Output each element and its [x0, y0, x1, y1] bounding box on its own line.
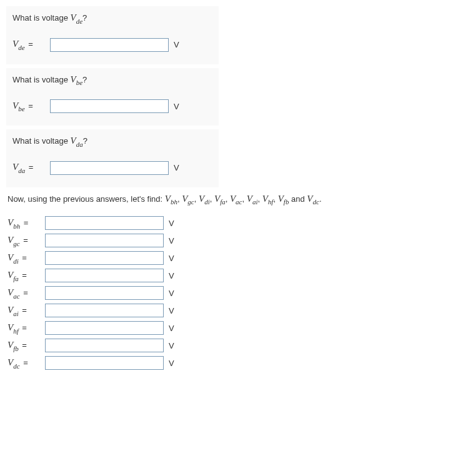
field-label-fa: Vfa =	[7, 270, 45, 282]
field-label-ac: Vac =	[7, 287, 45, 299]
field-unit-fa: V	[169, 271, 174, 280]
question-row-de: Vde =V	[12, 38, 212, 52]
field-row-dc: Vdc =V	[7, 356, 452, 370]
field-unit-fb: V	[169, 341, 174, 350]
field-label-bh: Vbh =	[7, 217, 45, 229]
field-unit-dc: V	[169, 359, 174, 368]
question-label-da: Vda =	[12, 162, 50, 174]
question-unit-be: V	[174, 102, 179, 111]
intro-text: Now, using the previous answers, let's f…	[6, 194, 452, 206]
field-row-ac: Vac =V	[7, 286, 452, 300]
field-input-bh[interactable]	[45, 216, 164, 230]
question-input-da[interactable]	[50, 161, 169, 175]
field-list: Vbh =VVgc =VVdi =VVfa =VVac =VVai =VVhf …	[6, 216, 452, 370]
field-input-fa[interactable]	[45, 269, 164, 282]
field-unit-ai: V	[169, 306, 174, 315]
question-block-be: What is voltage Vbe?Vbe =V	[6, 68, 219, 126]
field-unit-hf: V	[169, 324, 174, 333]
question-row-da: Vda =V	[12, 161, 212, 175]
question-label-de: Vde =	[12, 39, 50, 51]
question-block-de: What is voltage Vde?Vde =V	[6, 6, 219, 64]
field-row-gc: Vgc =V	[7, 234, 452, 247]
field-unit-di: V	[169, 254, 174, 263]
field-label-fb: Vfb =	[7, 340, 45, 352]
question-input-be[interactable]	[50, 99, 169, 113]
question-prompt-da: What is voltage Vda?	[12, 136, 212, 147]
field-row-di: Vdi =V	[7, 251, 452, 265]
field-row-fa: Vfa =V	[7, 269, 452, 282]
field-input-di[interactable]	[45, 251, 164, 265]
field-row-hf: Vhf =V	[7, 321, 452, 335]
field-input-fb[interactable]	[45, 339, 164, 352]
field-label-ai: Vai =	[7, 305, 45, 317]
question-prompt-de: What is voltage Vde?	[12, 12, 212, 24]
question-unit-da: V	[174, 163, 179, 172]
question-label-be: Vbe =	[12, 101, 50, 112]
field-input-ac[interactable]	[45, 286, 164, 300]
field-unit-gc: V	[169, 236, 174, 245]
field-row-bh: Vbh =V	[7, 216, 452, 230]
field-label-hf: Vhf =	[7, 322, 45, 334]
field-label-dc: Vdc =	[7, 357, 45, 369]
field-input-ai[interactable]	[45, 304, 164, 317]
question-row-be: Vbe =V	[12, 99, 212, 113]
field-label-gc: Vgc =	[7, 235, 45, 247]
field-input-hf[interactable]	[45, 321, 164, 335]
field-unit-bh: V	[169, 219, 174, 228]
field-row-fb: Vfb =V	[7, 339, 452, 352]
field-label-di: Vdi =	[7, 252, 45, 264]
field-input-gc[interactable]	[45, 234, 164, 247]
field-row-ai: Vai =V	[7, 304, 452, 317]
question-block-da: What is voltage Vda?Vda =V	[6, 129, 219, 187]
question-input-de[interactable]	[50, 38, 169, 52]
field-unit-ac: V	[169, 289, 174, 298]
question-unit-de: V	[174, 40, 179, 49]
field-input-dc[interactable]	[45, 356, 164, 370]
question-prompt-be: What is voltage Vbe?	[12, 74, 212, 86]
